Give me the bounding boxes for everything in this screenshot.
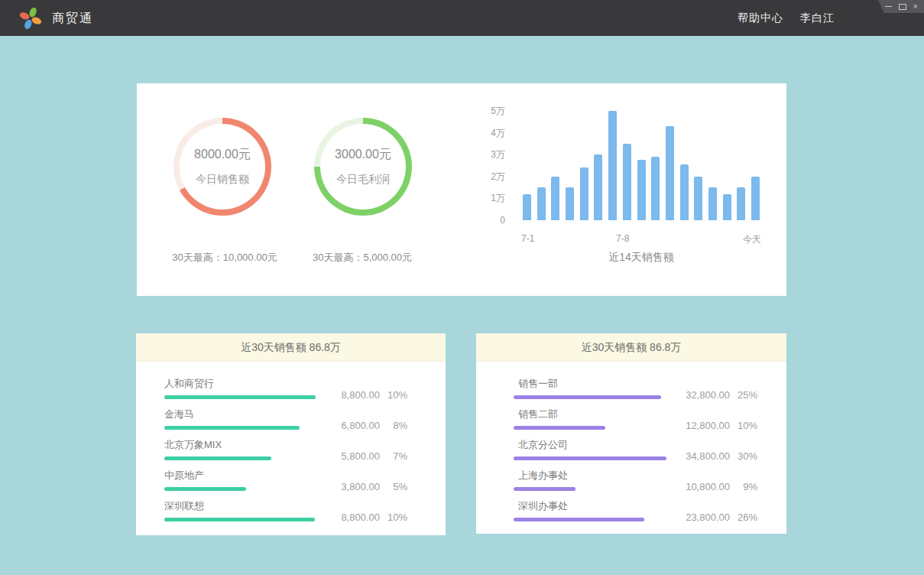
- y-tick-label: 2万: [491, 171, 505, 182]
- ranking-row[interactable]: 北京分公司34,800.0030%: [514, 430, 757, 460]
- x-tick-label: 7-1: [521, 233, 534, 244]
- ranking-percent: 5%: [380, 481, 407, 492]
- ranking-bar: [514, 456, 666, 460]
- ranking-percent: 10%: [380, 389, 407, 401]
- daily-bar: [608, 111, 617, 220]
- daily-bar: [537, 187, 546, 220]
- ranking-row-main: 金海马: [164, 408, 300, 430]
- ranking-row-main: 销售二部: [514, 408, 643, 430]
- daily-bars: [523, 106, 760, 220]
- donut-label: 今日销售额: [196, 173, 249, 187]
- ranking-percent: 10%: [380, 512, 407, 523]
- y-tick-label: 1万: [491, 193, 505, 203]
- ranking-values: 6,800.008%: [300, 420, 407, 431]
- maximize-icon[interactable]: [899, 4, 906, 10]
- donut-chart-today-profit: 3000.00元 今日毛利润: [314, 118, 412, 216]
- ranking-amount: 5,800.00: [293, 450, 380, 462]
- ranking-row[interactable]: 人和商贸行8,800.0010%: [164, 369, 407, 399]
- donut-center: 3000.00元 今日毛利润: [320, 124, 406, 210]
- help-center-link[interactable]: 帮助中心: [738, 11, 783, 25]
- daily-bar: [623, 144, 631, 220]
- ranking-values: 8,800.0010%: [315, 512, 407, 523]
- donut-chart-today-sales: 8000.00元 今日销售额: [173, 118, 271, 216]
- ranking-row-main: 北京万象MIX: [164, 438, 293, 460]
- user-name-menu[interactable]: 李白江: [800, 11, 835, 25]
- ranking-percent: 26%: [730, 512, 757, 523]
- title-bar: 商贸通 帮助中心 李白江 ×: [0, 0, 924, 36]
- ranking-amount: 3,800.00: [293, 481, 380, 492]
- ranking-bar: [514, 487, 575, 491]
- ranking-card: 近30天销售额 86.8万 人和商贸行8,800.0010%金海马6,800.0…: [136, 333, 446, 535]
- donut-value: 3000.00元: [335, 147, 391, 163]
- ranking-amount: 34,800.00: [666, 450, 730, 462]
- ranking-bar: [164, 456, 271, 460]
- ranking-bar: [514, 426, 605, 430]
- ranking-row[interactable]: 金海马6,800.008%: [164, 399, 407, 430]
- ranking-row-main: 人和商贸行: [164, 377, 316, 399]
- daily-bar: [708, 187, 717, 220]
- window-controls: ×: [878, 0, 924, 13]
- x-tick-label: 7-8: [616, 233, 629, 244]
- daily-bar: [723, 194, 731, 220]
- daily-bar: [737, 187, 745, 220]
- ranking-percent: 25%: [730, 389, 757, 401]
- ranking-card-title: 近30天销售额 86.8万: [476, 333, 786, 362]
- ranking-row-main: 北京分公司: [514, 438, 666, 460]
- donut-footnote-profit: 30天最高：5,000.00元: [274, 251, 450, 265]
- ranking-label: 上海办事处: [518, 469, 643, 482]
- daily-bar: [651, 157, 660, 220]
- ranking-values: 12,800.0010%: [643, 420, 757, 431]
- ranking-row[interactable]: 深圳办事处23,800.0026%: [514, 491, 757, 521]
- daily-bar: [566, 187, 574, 220]
- daily-bar: [666, 126, 674, 220]
- daily-bar: [523, 194, 531, 220]
- ranking-row[interactable]: 上海办事处10,800.009%: [514, 460, 757, 491]
- close-icon[interactable]: ×: [913, 2, 918, 11]
- ranking-values: 34,800.0030%: [666, 450, 757, 462]
- ranking-bar: [164, 395, 316, 399]
- ranking-label: 中原地产: [164, 469, 293, 482]
- ranking-row-main: 销售一部: [514, 377, 661, 399]
- ranking-row[interactable]: 北京万象MIX5,800.007%: [164, 430, 407, 460]
- y-tick-label: 5万: [491, 106, 505, 116]
- top-navigation: 帮助中心 李白江: [738, 0, 835, 36]
- ranking-row[interactable]: 深圳联想8,800.0010%: [164, 491, 407, 521]
- ranking-percent: 9%: [730, 481, 757, 492]
- ranking-row-main: 深圳联想: [164, 499, 315, 521]
- ranking-label: 北京万象MIX: [164, 438, 293, 452]
- ranking-row[interactable]: 销售一部32,800.0025%: [514, 369, 757, 399]
- ranking-row-main: 上海办事处: [514, 469, 643, 491]
- overview-card: 8000.00元 今日销售额 3000.00元 今日毛利润 30天最高：10,0…: [137, 83, 786, 296]
- y-tick-label: 3万: [491, 149, 505, 160]
- ranking-bar: [164, 426, 300, 430]
- x-tick-label: 今天: [743, 233, 761, 246]
- y-tick-label: 4万: [491, 128, 505, 138]
- ranking-bar: [514, 518, 644, 521]
- ranking-row[interactable]: 销售二部12,800.0010%: [514, 399, 757, 430]
- donut-value: 8000.00元: [194, 147, 251, 163]
- daily-chart-caption: 近14天销售额: [523, 251, 760, 265]
- ranking-values: 32,800.0025%: [661, 389, 757, 401]
- ranking-percent: 7%: [380, 450, 407, 462]
- ranking-amount: 6,800.00: [300, 420, 380, 431]
- ranking-values: 5,800.007%: [293, 450, 407, 462]
- minimize-icon[interactable]: [885, 6, 892, 7]
- daily-bar: [551, 177, 559, 220]
- daily-bar: [580, 167, 588, 220]
- ranking-label: 深圳办事处: [518, 499, 644, 513]
- ranking-amount: 12,800.00: [643, 420, 730, 431]
- donut-center: 8000.00元 今日销售额: [180, 124, 265, 210]
- daily-chart-xaxis: 7-1 7-8 今天: [523, 233, 760, 245]
- ranking-amount: 23,800.00: [644, 512, 730, 523]
- ranking-label: 深圳联想: [164, 499, 315, 513]
- daily-bar: [637, 160, 646, 220]
- ranking-bar: [164, 487, 246, 491]
- ranking-percent: 8%: [380, 420, 407, 431]
- ranking-row[interactable]: 中原地产3,800.005%: [164, 460, 407, 491]
- ranking-list: 人和商贸行8,800.0010%金海马6,800.008%北京万象MIX5,80…: [136, 362, 446, 521]
- ranking-card-title: 近30天销售额 86.8万: [136, 333, 446, 362]
- daily-bar: [594, 154, 602, 220]
- ranking-label: 销售一部: [518, 377, 661, 391]
- ranking-amount: 8,800.00: [315, 512, 380, 523]
- daily-bar: [751, 177, 760, 220]
